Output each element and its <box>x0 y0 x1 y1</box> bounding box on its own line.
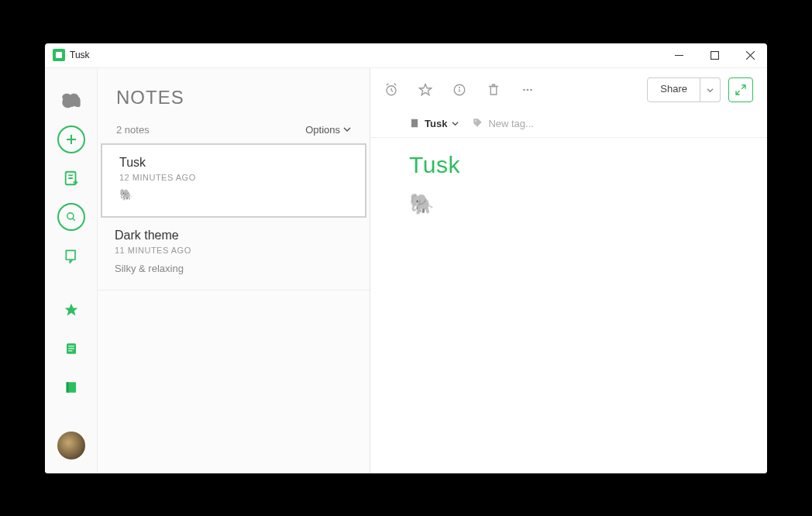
note-item-time: 12 MINUTES AGO <box>119 173 348 182</box>
chevron-down-icon <box>452 120 459 127</box>
svg-line-23 <box>391 90 393 91</box>
info-icon[interactable] <box>452 83 466 97</box>
svg-point-29 <box>459 87 460 88</box>
editor-meta: Tusk New tag... <box>370 112 767 138</box>
svg-point-36 <box>476 120 477 122</box>
titlebar-left: Tusk <box>53 49 90 61</box>
svg-point-32 <box>530 88 532 91</box>
expand-button[interactable] <box>728 77 753 102</box>
new-note-alt-button[interactable] <box>57 164 85 192</box>
svg-rect-17 <box>68 350 72 351</box>
more-icon[interactable] <box>521 83 535 97</box>
options-label: Options <box>305 124 340 136</box>
note-item-preview-icon: 🐘 <box>119 188 348 201</box>
reminder-icon[interactable] <box>384 83 398 97</box>
trash-icon[interactable] <box>487 83 501 97</box>
app-title: Tusk <box>70 50 90 60</box>
new-note-button[interactable] <box>57 126 85 153</box>
svg-line-33 <box>741 85 745 89</box>
note-item-title: Dark theme <box>115 229 353 243</box>
share-button[interactable]: Share <box>647 77 700 102</box>
notebook-name: Tusk <box>425 118 447 129</box>
star-icon[interactable] <box>57 296 85 324</box>
avatar[interactable] <box>57 432 85 459</box>
minimize-button[interactable] <box>669 46 688 64</box>
chevron-down-icon <box>707 87 714 94</box>
notes-header: NOTES <box>98 68 370 116</box>
note-item-preview: Silky & relaxing <box>115 263 353 274</box>
share-caret[interactable] <box>700 77 721 102</box>
editor-content[interactable]: Tusk 🐘 <box>370 138 767 230</box>
editor: Share Tusk <box>370 68 767 473</box>
shortcuts-button[interactable] <box>57 242 85 270</box>
svg-line-12 <box>72 218 74 220</box>
svg-point-30 <box>523 88 525 91</box>
share-group: Share <box>647 77 721 102</box>
svg-point-31 <box>527 88 529 91</box>
options-dropdown[interactable]: Options <box>305 124 351 136</box>
notes-heading: NOTES <box>116 87 351 108</box>
note-item-title: Tusk <box>119 156 348 170</box>
star-outline-icon[interactable] <box>418 83 432 97</box>
elephant-icon[interactable] <box>57 87 85 115</box>
svg-rect-18 <box>67 382 75 393</box>
close-button[interactable] <box>741 46 759 64</box>
tag-input[interactable]: New tag... <box>473 118 534 129</box>
notebooks-icon[interactable] <box>57 373 85 401</box>
maximize-button[interactable] <box>705 46 724 64</box>
notes-subheader: 2 notes Options <box>98 116 370 143</box>
app-body: NOTES 2 notes Options Tusk 12 MINUTES AG… <box>45 68 767 473</box>
svg-rect-1 <box>710 51 718 59</box>
notebook-icon <box>409 118 420 129</box>
notes-panel: NOTES 2 notes Options Tusk 12 MINUTES AG… <box>98 68 370 473</box>
search-button[interactable] <box>57 203 85 231</box>
svg-rect-35 <box>411 119 418 128</box>
tag-placeholder: New tag... <box>488 118 534 129</box>
chevron-down-icon <box>343 126 351 133</box>
note-title[interactable]: Tusk <box>409 152 728 178</box>
svg-point-11 <box>67 212 73 218</box>
svg-rect-16 <box>68 348 74 349</box>
svg-line-25 <box>394 83 396 84</box>
note-item[interactable]: Tusk 12 MINUTES AGO 🐘 <box>101 143 366 218</box>
note-item-time: 11 MINUTES AGO <box>115 246 353 255</box>
svg-rect-20 <box>67 382 68 393</box>
editor-toolbar: Share <box>370 68 767 112</box>
svg-line-24 <box>387 83 388 84</box>
notebook-selector[interactable]: Tusk <box>409 118 459 129</box>
window-controls <box>669 46 759 64</box>
notes-icon[interactable] <box>57 335 85 363</box>
tag-icon <box>473 118 483 129</box>
app-window: Tusk <box>45 43 767 473</box>
sidebar <box>45 68 98 473</box>
toolbar-right: Share <box>647 77 753 102</box>
note-body-icon: 🐘 <box>409 192 728 216</box>
app-icon <box>53 49 65 61</box>
svg-rect-15 <box>68 346 74 346</box>
note-item[interactable]: Dark theme 11 MINUTES AGO Silky & relaxi… <box>98 218 370 291</box>
svg-line-34 <box>736 91 740 95</box>
svg-marker-13 <box>64 303 77 315</box>
titlebar: Tusk <box>45 43 767 68</box>
notes-count: 2 notes <box>116 124 150 136</box>
svg-marker-26 <box>420 84 432 95</box>
